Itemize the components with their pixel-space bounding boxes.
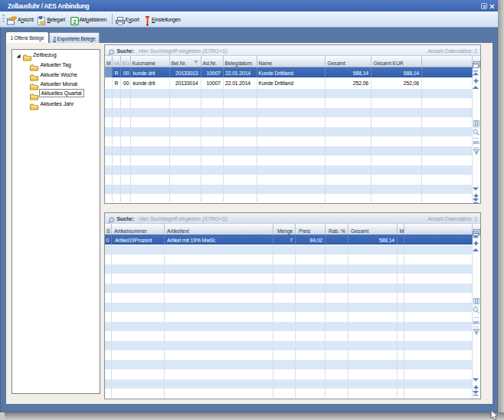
svg-text:z: z	[73, 18, 76, 25]
